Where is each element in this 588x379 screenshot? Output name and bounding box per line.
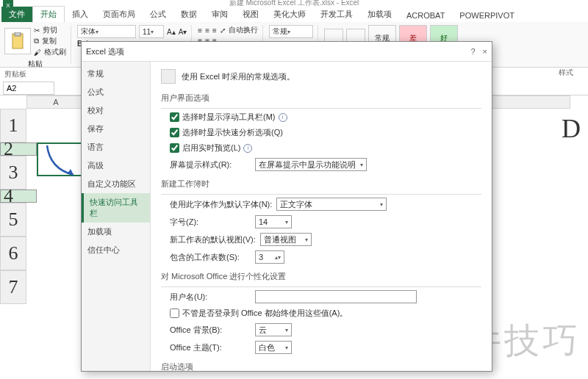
- nav-customize-ribbon[interactable]: 自定义功能区: [82, 175, 150, 193]
- tab-formulas[interactable]: 公式: [143, 7, 173, 22]
- nav-formulas[interactable]: 公式: [82, 83, 150, 101]
- chevron-down-icon: ▾: [360, 162, 363, 168]
- clipboard-icon: [10, 32, 25, 50]
- chevron-down-icon: ▾: [380, 201, 383, 208]
- chk-quick-analysis[interactable]: [170, 128, 179, 137]
- decrease-font-icon[interactable]: A▾: [179, 28, 187, 36]
- lbl-quick: 选择时显示快速分析选项(Q): [182, 127, 283, 138]
- lbl-tipstyle: 屏幕提示样式(R):: [170, 159, 251, 170]
- lbl-always-use: 不管是否登录到 Office 都始终使用这些值(A)。: [182, 308, 348, 319]
- row-header-2[interactable]: 2: [0, 142, 37, 156]
- tab-review[interactable]: 审阅: [204, 7, 235, 22]
- dialog-close-button[interactable]: ×: [483, 47, 487, 56]
- nav-language[interactable]: 语言: [82, 138, 150, 156]
- section-ui: 用户界面选项: [161, 93, 481, 104]
- tab-beautify[interactable]: 美化大师: [266, 7, 313, 22]
- font-name-select[interactable]: 宋体▾: [77, 25, 136, 38]
- section-startup: 启动选项: [161, 361, 481, 371]
- select-tipstyle[interactable]: 在屏幕提示中显示功能说明▾: [255, 158, 367, 171]
- lbl-live: 启用实时预览(L): [182, 142, 240, 154]
- options-icon: [161, 69, 176, 84]
- group-clipboard: ✂剪切 ⧉复制 🖌格式刷 粘贴: [4, 25, 71, 64]
- lbl-default-font: 使用此字体作为默认字体(N):: [170, 199, 272, 210]
- select-font-size[interactable]: 14▾: [255, 215, 292, 228]
- chevron-down-icon: ▾: [305, 237, 308, 243]
- tab-view[interactable]: 视图: [235, 7, 266, 22]
- chk-minibar[interactable]: [170, 112, 179, 122]
- tab-pagelayout[interactable]: 页面布局: [96, 7, 143, 22]
- spinner-sheet-count[interactable]: 3▴▾: [255, 250, 284, 264]
- chk-always-use[interactable]: [170, 308, 179, 318]
- align-top-icon[interactable]: ≡: [198, 26, 202, 35]
- format-painter-button[interactable]: 🖌格式刷: [34, 47, 66, 57]
- row-header-5[interactable]: 5: [0, 203, 26, 237]
- select-office-bg[interactable]: 云▾: [255, 323, 292, 336]
- cut-button[interactable]: ✂剪切: [34, 25, 66, 35]
- chevron-down-icon: ▾: [285, 219, 288, 225]
- ribbon-tabs: 文件 开始 插入 页面布局 公式 数据 审阅 视图 美化大师 开发工具 加载项 …: [0, 6, 588, 22]
- select-default-view[interactable]: 普通视图▾: [260, 233, 312, 246]
- tab-insert[interactable]: 插入: [65, 7, 96, 22]
- tab-addins[interactable]: 加载项: [360, 7, 399, 22]
- dialog-help-button[interactable]: ?: [470, 47, 475, 56]
- tab-home[interactable]: 开始: [32, 6, 65, 22]
- nav-addins[interactable]: 加载项: [82, 223, 150, 241]
- select-default-font[interactable]: 正文字体▾: [276, 198, 387, 211]
- dialog-intro: 使用 Excel 时采用的常规选项。: [182, 71, 295, 82]
- app-icon: X: [3, 0, 13, 10]
- cell-d1[interactable]: D: [562, 113, 581, 144]
- nav-quick-access[interactable]: 快速访问工具栏: [82, 193, 150, 223]
- svg-rect-1: [15, 32, 21, 36]
- info-icon-2[interactable]: i: [243, 144, 252, 153]
- nav-advanced[interactable]: 高级: [82, 156, 150, 175]
- chevron-down-icon: ▾: [285, 344, 288, 351]
- orientation-icon[interactable]: ⤢: [220, 26, 226, 35]
- row-header-4[interactable]: 4: [0, 190, 37, 203]
- tab-developer[interactable]: 开发工具: [313, 7, 360, 22]
- align-mid-icon[interactable]: ≡: [205, 26, 209, 35]
- info-icon[interactable]: i: [279, 113, 287, 122]
- lbl-sheet-count: 包含的工作表数(S):: [170, 252, 251, 263]
- excel-options-dialog: Excel 选项 ? × 常规 公式 校对 保存 语言 高级 自定义功能区 快速…: [81, 41, 492, 372]
- section-personalize: 对 Microsoft Office 进行个性化设置: [161, 271, 481, 282]
- input-username[interactable]: [255, 290, 417, 303]
- tab-acrobat[interactable]: ACROBAT: [399, 9, 452, 22]
- tab-data[interactable]: 数据: [173, 7, 204, 22]
- chk-live-preview[interactable]: [170, 143, 179, 153]
- col-header-a[interactable]: A: [26, 95, 85, 109]
- scissors-icon: ✂: [34, 26, 40, 35]
- paste-label: 粘贴: [4, 59, 66, 69]
- window-title: 新建 Microsoft Excel 工作表.xlsx - Excel: [229, 0, 359, 8]
- select-office-theme[interactable]: 白色▾: [255, 341, 292, 354]
- nav-general[interactable]: 常规: [82, 65, 150, 83]
- spinner-icon: ▴▾: [275, 254, 281, 261]
- chevron-down-icon: ▾: [285, 327, 288, 333]
- styles-group-label: 样式: [559, 68, 573, 78]
- font-size-select[interactable]: 11▾: [139, 25, 164, 38]
- paste-button[interactable]: [4, 28, 31, 54]
- copy-button[interactable]: ⧉复制: [34, 36, 66, 46]
- nav-trust-center[interactable]: 信任中心: [82, 241, 150, 259]
- copy-icon: ⧉: [34, 37, 39, 46]
- lbl-minibar: 选择时显示浮动工具栏(M): [182, 112, 276, 123]
- lbl-office-theme: Office 主题(T):: [170, 342, 251, 353]
- lbl-font-size: 字号(Z):: [170, 217, 251, 228]
- dialog-nav: 常规 公式 校对 保存 语言 高级 自定义功能区 快速访问工具栏 加载项 信任中…: [82, 62, 151, 371]
- nav-save[interactable]: 保存: [82, 120, 150, 138]
- row-header-6[interactable]: 6: [0, 237, 26, 270]
- wrap-text-button[interactable]: 自动换行: [229, 25, 258, 35]
- tab-powerpivot[interactable]: POWERPIVOT: [452, 9, 522, 22]
- number-format-select[interactable]: 常规▾: [269, 25, 313, 38]
- name-box[interactable]: [3, 82, 54, 95]
- lbl-username: 用户名(U):: [170, 292, 251, 303]
- nav-proofing[interactable]: 校对: [82, 101, 150, 120]
- dialog-content: 使用 Excel 时采用的常规选项。 用户界面选项 选择时显示浮动工具栏(M)i…: [151, 62, 492, 371]
- align-bot-icon[interactable]: ≡: [212, 26, 217, 35]
- brush-icon: 🖌: [34, 48, 41, 57]
- section-newbook: 新建工作簿时: [161, 178, 481, 190]
- row-header-7[interactable]: 7: [0, 270, 26, 304]
- increase-font-icon[interactable]: A▴: [167, 28, 176, 36]
- lbl-office-bg: Office 背景(B):: [170, 325, 251, 336]
- lbl-default-view: 新工作表的默认视图(V):: [170, 234, 256, 245]
- dialog-title: Excel 选项: [86, 46, 124, 57]
